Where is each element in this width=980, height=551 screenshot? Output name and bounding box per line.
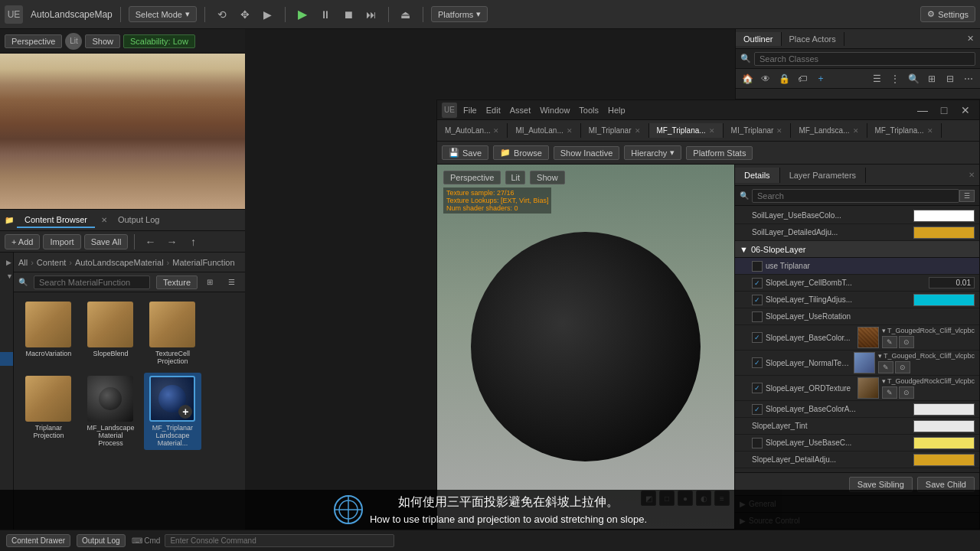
tree-megascans[interactable]: ▶ 📁 Megascans — [0, 435, 14, 448]
basecolor-edit-button[interactable]: ✎ — [882, 336, 897, 348]
tree-materialfunction[interactable]: ▼ 📁 MaterialFunction — [0, 352, 14, 366]
tree-texturecell[interactable]: 📁 TextureCellBombing — [0, 393, 14, 407]
outliner-search2-icon[interactable]: 🔍 — [905, 70, 922, 87]
mat-tab-4-close[interactable]: ✕ — [776, 127, 782, 135]
pause-button[interactable]: ⏸ — [316, 5, 335, 24]
mat-tab-6-close[interactable]: ✕ — [927, 127, 933, 135]
mat-platform-stats-button[interactable]: Platform Stats — [686, 146, 753, 160]
snap-button[interactable]: ⟲ — [213, 5, 231, 24]
content-browser-tab[interactable]: Content Browser — [17, 213, 95, 228]
slope-layer-section[interactable]: ▼ 06-SlopeLayer — [735, 241, 979, 258]
mat-hierarchy-button[interactable]: Hierarchy ▾ — [624, 145, 681, 160]
basecolor-find-button[interactable]: ⊙ — [899, 336, 914, 348]
scalability-button[interactable]: Scalability: Low — [123, 34, 195, 48]
tiling-check[interactable] — [752, 295, 763, 305]
path-content[interactable]: Content — [37, 258, 67, 267]
mat-close-button[interactable]: ✕ — [956, 101, 975, 119]
stop-button[interactable]: ⏹ — [339, 5, 358, 24]
mat-show-button[interactable]: Show — [530, 171, 565, 184]
outliner-expand-icon[interactable]: ⊞ — [923, 70, 940, 87]
tree-tilingbreak[interactable]: 📁 TilingBreak — [0, 324, 14, 338]
details-tab[interactable]: Details — [735, 168, 780, 183]
mode-button[interactable]: ▶ — [259, 5, 277, 24]
cb-tab-close[interactable]: ✕ — [101, 216, 107, 224]
mat-browse-button[interactable]: 📁 Browse — [493, 145, 549, 160]
use-triplanar-check[interactable] — [752, 261, 763, 272]
skip-button[interactable]: ⏭ — [362, 5, 381, 24]
tiling-value[interactable] — [913, 294, 975, 306]
details-settings-button[interactable]: ☰ — [959, 190, 975, 202]
filter-button[interactable]: Texture — [156, 276, 198, 289]
tree-favorites[interactable]: ▶ ★ Favorites — [0, 256, 13, 269]
asset-mf-landscape[interactable]: MF_Landscape Material Process — [82, 373, 139, 450]
normal-check[interactable] — [752, 357, 763, 368]
mat-perspective-button[interactable]: Perspective — [443, 171, 501, 184]
basecolor-check[interactable] — [752, 332, 763, 343]
normal-find-button[interactable]: ⊙ — [895, 361, 910, 373]
outliner-collapse-icon[interactable]: ⊟ — [942, 70, 959, 87]
cellbomb-check[interactable] — [752, 278, 763, 289]
outliner-add-icon[interactable]: + — [812, 70, 829, 87]
view-list-button[interactable]: ☰ — [222, 273, 240, 292]
eject-button[interactable]: ⏏ — [397, 5, 415, 24]
tree-macrovariation[interactable]: 📁 MacroVariation — [0, 366, 14, 380]
mat-tab-2[interactable]: MI_Triplanar ✕ — [581, 123, 649, 138]
mat-title-edit[interactable]: Edit — [486, 106, 501, 115]
mat-show-inactive-button[interactable]: Show Inactive — [554, 146, 619, 160]
usebase-check[interactable] — [752, 438, 763, 448]
basecolora-check[interactable] — [752, 404, 763, 415]
mat-lit-button[interactable]: Lit — [505, 171, 525, 184]
outliner-lock-icon[interactable]: 🔒 — [776, 70, 792, 87]
nav-up-button[interactable]: ↑ — [184, 233, 202, 251]
basecolora-value[interactable] — [913, 403, 975, 416]
mat-tab-1-close[interactable]: ✕ — [567, 127, 573, 135]
mat-viewport[interactable]: Perspective Lit Show Texture sample: 27/… — [437, 165, 734, 529]
asset-texturecell[interactable]: TextureCell Projection — [144, 298, 201, 368]
play-button[interactable]: ▶ — [293, 5, 312, 24]
outliner-tag-icon[interactable]: 🏷 — [794, 70, 811, 87]
tree-example[interactable]: ▶ 📁 ExampleMaterial — [0, 297, 14, 311]
normal-thumb[interactable] — [854, 352, 875, 373]
save-all-button[interactable]: Save All — [84, 234, 129, 249]
tree-triplanar2[interactable]: 📁 TriplanarProjection — [0, 407, 14, 421]
import-button[interactable]: Import — [43, 234, 80, 249]
add-button[interactable]: + Add — [5, 234, 40, 249]
mat-tab-1[interactable]: MI_AutoLan... ✕ — [508, 123, 580, 138]
details-close-button[interactable]: ✕ — [964, 171, 979, 179]
normal-edit-button[interactable]: ✎ — [878, 361, 893, 373]
mat-title-help[interactable]: Help — [608, 106, 626, 115]
mat-tab-5-close[interactable]: ✕ — [853, 127, 859, 135]
asset-slopeblend[interactable]: SlopeBlend — [82, 298, 139, 368]
mat-tab-4[interactable]: MI_Triplanar ✕ — [724, 123, 792, 138]
mat-tab-0-close[interactable]: ✕ — [493, 127, 499, 135]
soil-detail-value[interactable] — [913, 227, 975, 239]
settings-button[interactable]: ⚙ Settings — [920, 6, 975, 22]
outliner-settings-icon[interactable]: ☰ — [868, 70, 885, 87]
asset-mf-triplanar[interactable]: + MF_Triplanar Landscape Material... — [144, 373, 201, 450]
outliner-vis-icon[interactable]: 👁 — [757, 70, 774, 87]
userot-check[interactable] — [752, 311, 763, 322]
ord-thumb[interactable] — [858, 377, 879, 399]
lit-indicator[interactable]: Lit — [65, 33, 82, 50]
outliner-search-input[interactable] — [754, 52, 975, 66]
content-drawer-button[interactable]: Content Drawer — [6, 534, 70, 547]
tree-slopemask[interactable]: 📁 SlopeMask — [0, 311, 14, 324]
mat-title-file[interactable]: File — [463, 106, 477, 115]
mat-tab-0[interactable]: M_AutoLan... ✕ — [437, 123, 508, 138]
ord-edit-button[interactable]: ✎ — [882, 386, 897, 399]
mat-maximize-button[interactable]: □ — [935, 101, 953, 119]
usebase-value[interactable] — [913, 437, 975, 449]
layer-params-tab[interactable]: Layer Parameters — [780, 168, 866, 183]
outliner-more-icon[interactable]: ⋯ — [960, 70, 977, 87]
show-button[interactable]: Show — [85, 34, 120, 48]
mat-tab-3[interactable]: MF_Triplana... ✕ — [649, 123, 724, 138]
transform-button[interactable]: ✥ — [236, 5, 254, 24]
mat-tab-3-close[interactable]: ✕ — [709, 127, 715, 135]
platforms-button[interactable]: Platforms ▾ — [431, 6, 488, 22]
outliner-close-button[interactable]: ✕ — [961, 31, 980, 46]
path-mf[interactable]: MaterialFunction — [172, 258, 234, 267]
nav-back-button[interactable]: ← — [141, 233, 159, 251]
mat-tab-6[interactable]: MF_Triplana... ✕ — [867, 123, 942, 138]
output-log-button[interactable]: Output Log — [77, 534, 125, 547]
bottom-cmd-input[interactable] — [165, 534, 394, 547]
